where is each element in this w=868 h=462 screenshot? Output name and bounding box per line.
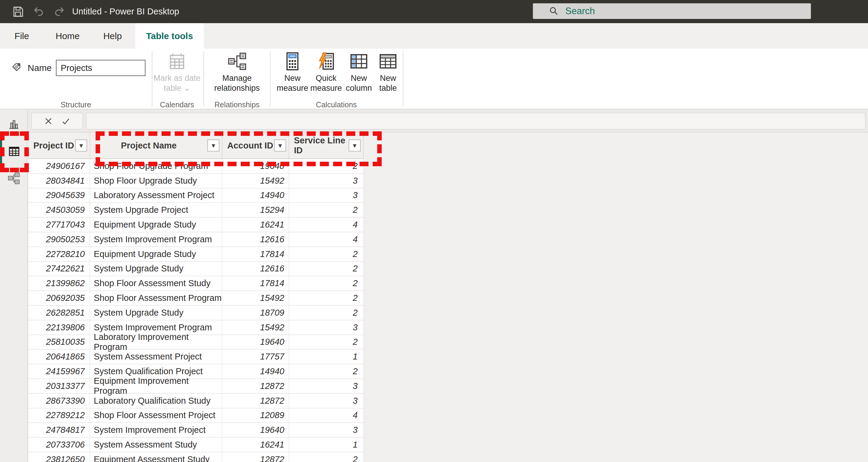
table-cell[interactable]: 2 [289, 452, 364, 462]
table-cell[interactable]: 28034841 [29, 174, 90, 188]
table-cell[interactable]: 3 [289, 174, 364, 188]
table-cell[interactable]: 3 [289, 379, 364, 393]
table-cell[interactable]: 29050253 [29, 233, 90, 246]
table-cell[interactable]: 17757 [222, 349, 289, 364]
table-cell[interactable]: 24784817 [29, 423, 90, 437]
table-cell[interactable]: Laboratory Assessment Project [90, 188, 222, 203]
redo-icon[interactable] [53, 5, 66, 18]
table-cell[interactable]: 2 [289, 364, 364, 378]
table-cell[interactable]: 12872 [222, 379, 289, 393]
table-cell[interactable]: 4 [289, 218, 364, 232]
table-cell[interactable]: 2 [289, 276, 364, 290]
table-cell[interactable]: 24503059 [29, 203, 90, 217]
table-cell[interactable]: Shop Floor Assessment Program [90, 291, 222, 305]
undo-icon[interactable] [32, 5, 45, 18]
table-cell[interactable]: Equipment Upgrade Study [90, 218, 222, 232]
commit-icon[interactable] [60, 116, 71, 127]
table-cell[interactable]: 15492 [222, 174, 289, 188]
table-cell[interactable]: 1 [289, 349, 364, 364]
table-cell[interactable]: 12872 [222, 452, 289, 462]
table-cell[interactable]: Shop Floor Upgrade Study [90, 174, 222, 188]
table-cell[interactable]: 12089 [222, 408, 289, 423]
column-header-project-id[interactable]: Project ID ▾ [29, 132, 90, 158]
table-cell[interactable]: 2 [289, 306, 364, 320]
table-cell[interactable]: Equipment Improvement Program [90, 379, 222, 393]
table-cell[interactable]: 2 [289, 262, 364, 276]
table-cell[interactable]: 3 [289, 320, 364, 335]
table-cell[interactable]: 16241 [222, 218, 289, 232]
table-cell[interactable]: Laboratory Qualification Study [90, 394, 222, 408]
manage-relationships-label: Manage relationships [209, 73, 266, 93]
table-cell[interactable]: 22139806 [29, 320, 90, 335]
table-cell[interactable]: 15294 [222, 203, 289, 217]
table-cell[interactable]: 12872 [222, 394, 289, 408]
group-label-calendars: Calendars [153, 100, 201, 109]
table-cell[interactable]: 23812650 [29, 452, 90, 462]
table-cell[interactable]: 4 [289, 233, 364, 246]
search-input[interactable]: Search [533, 3, 811, 19]
table-cell[interactable]: 15492 [222, 320, 289, 335]
model-view-icon[interactable] [7, 172, 21, 185]
table-cell[interactable]: 15492 [222, 291, 289, 305]
table-cell[interactable]: 3 [289, 423, 364, 437]
tab-file[interactable]: File [9, 23, 35, 49]
table-cell[interactable]: 27422621 [29, 262, 90, 276]
table-cell[interactable]: System Upgrade Study [90, 306, 222, 320]
table-cell[interactable]: Equipment Upgrade Study [90, 247, 222, 261]
formula-input[interactable] [86, 113, 866, 129]
table-cell[interactable]: 21399862 [29, 276, 90, 290]
table-cell[interactable]: 22728210 [29, 247, 90, 261]
table-cell[interactable]: 20313377 [29, 379, 90, 393]
table-cell[interactable]: Equipment Assessment Study [90, 452, 222, 462]
table-cell[interactable]: 2 [289, 291, 364, 305]
table-cell[interactable]: 12616 [222, 262, 289, 276]
tab-help[interactable]: Help [97, 23, 128, 49]
table-cell[interactable]: 20733706 [29, 438, 90, 452]
cancel-icon[interactable] [43, 116, 54, 127]
table-cell[interactable]: 3 [289, 188, 364, 203]
table-cell[interactable]: System Upgrade Project [90, 203, 222, 217]
table-cell[interactable]: Shop Floor Assessment Project [90, 408, 222, 423]
table-cell[interactable]: System Upgrade Study [90, 262, 222, 276]
table-cell[interactable]: 12616 [222, 233, 289, 246]
table-cell[interactable]: 24906167 [29, 159, 90, 173]
table-cell[interactable]: System Assessment Project [90, 349, 222, 364]
table-cell[interactable]: 3 [289, 394, 364, 408]
table-cell[interactable]: 16241 [222, 438, 289, 452]
table-cell[interactable]: 26282851 [29, 306, 90, 320]
table-cell[interactable]: System Improvement Program [90, 233, 222, 246]
table-cell[interactable]: 14940 [222, 188, 289, 203]
filter-dropdown-icon[interactable]: ▾ [75, 140, 87, 152]
table-cell[interactable]: 20692035 [29, 291, 90, 305]
table-cell[interactable]: 24159967 [29, 364, 90, 378]
table-cell[interactable]: 14940 [222, 364, 289, 378]
table-cell[interactable]: Shop Floor Assessment Study [90, 276, 222, 290]
table-cell[interactable]: 2 [289, 247, 364, 261]
table-name-input[interactable] [56, 60, 146, 76]
table-cell[interactable]: 25810035 [29, 335, 90, 349]
manage-relationships-button[interactable]: Manage relationships [205, 51, 269, 93]
table-cell[interactable]: Laboratory Improvement Program [90, 335, 222, 349]
table-cell[interactable]: 17814 [222, 247, 289, 261]
name-label: Name [28, 63, 52, 73]
table-cell[interactable]: 18709 [222, 306, 289, 320]
tab-home[interactable]: Home [48, 23, 87, 49]
tab-table-tools[interactable]: Table tools [135, 23, 204, 49]
table-cell[interactable]: 4 [289, 408, 364, 423]
table-cell[interactable]: 27717043 [29, 218, 90, 232]
table-cell[interactable]: System Assessment Study [90, 438, 222, 452]
save-icon[interactable] [11, 5, 25, 18]
table-cell[interactable]: 20641865 [29, 349, 90, 364]
table-cell[interactable]: 22789212 [29, 408, 90, 423]
table-cell[interactable]: 28673390 [29, 394, 90, 408]
table-cell[interactable]: 2 [289, 335, 364, 349]
table-cell[interactable]: 19640 [222, 423, 289, 437]
table-cell[interactable]: 19640 [222, 335, 289, 349]
table-cell[interactable]: 2 [289, 203, 364, 217]
table-cell[interactable]: 17814 [222, 276, 289, 290]
report-view-icon[interactable] [7, 117, 21, 130]
table-cell[interactable]: 1 [289, 438, 364, 452]
table-cell[interactable]: 29045639 [29, 188, 90, 203]
table-cell[interactable]: System Improvement Project [90, 423, 222, 437]
new-table-button[interactable]: New table [371, 51, 405, 93]
